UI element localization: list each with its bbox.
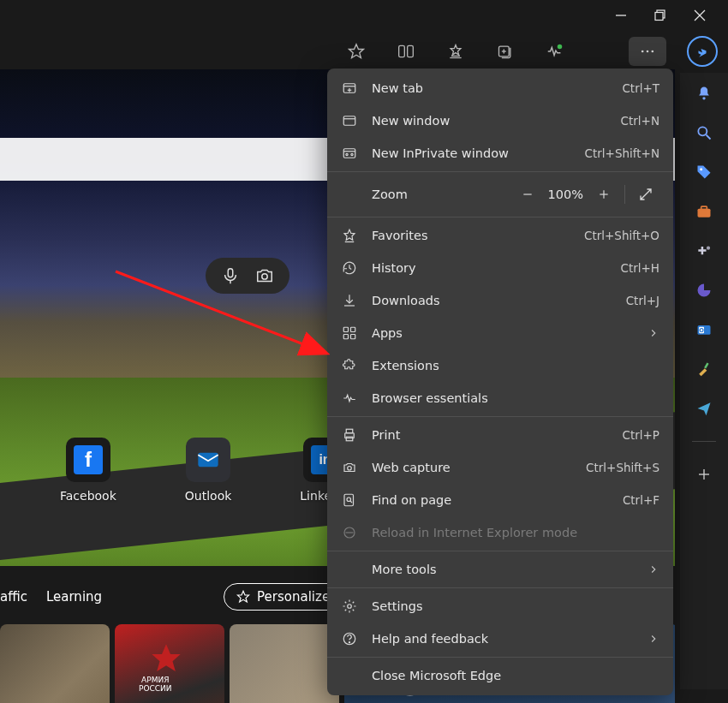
svg-marker-24 <box>152 644 180 671</box>
nav-learning[interactable]: Learning <box>46 589 102 605</box>
svg-point-30 <box>700 168 702 170</box>
personalize-button[interactable]: Personalize <box>224 583 343 611</box>
chevron-right-icon <box>647 633 659 645</box>
ie-icon <box>341 524 358 541</box>
menu-close-edge[interactable]: Close Microsoft Edge <box>327 659 673 692</box>
outlook-icon[interactable]: O <box>694 319 714 340</box>
restore-button[interactable] <box>653 8 668 23</box>
menu-capture[interactable]: Web capture Ctrl+Shift+S <box>327 451 673 484</box>
shopping-tag-icon[interactable] <box>694 162 714 182</box>
extensions-icon <box>341 357 358 374</box>
bell-icon[interactable] <box>694 83 714 104</box>
nav-traffic[interactable]: affic <box>0 589 27 605</box>
zoom-out-button[interactable] <box>514 181 541 208</box>
svg-point-28 <box>698 127 707 135</box>
apps-icon <box>341 325 358 342</box>
plus-icon[interactable] <box>694 464 714 485</box>
menu-shortcut: Ctrl+H <box>621 261 659 275</box>
find-icon <box>341 492 358 509</box>
close-button[interactable] <box>692 8 707 23</box>
menu-label: History <box>372 261 621 275</box>
browser-toolbar <box>339 34 718 69</box>
menu-shortcut: Ctrl+Shift+O <box>584 229 659 242</box>
settings-menu: New tab Ctrl+T New window Ctrl+N New InP… <box>327 69 673 695</box>
menu-essentials[interactable]: Browser essentials <box>327 382 673 414</box>
mic-icon[interactable] <box>221 266 240 285</box>
performance-icon[interactable] <box>538 34 572 69</box>
chevron-right-icon <box>647 563 659 575</box>
menu-favorites[interactable]: Favorites Ctrl+Shift+O <box>327 219 673 252</box>
menu-shortcut: Ctrl+J <box>626 294 659 307</box>
menu-shortcut: Ctrl+T <box>622 81 659 95</box>
svg-rect-46 <box>343 149 355 158</box>
menu-extensions[interactable]: Extensions <box>327 349 673 382</box>
svg-point-71 <box>349 642 349 643</box>
search-icon[interactable] <box>694 122 714 143</box>
menu-shortcut: Ctrl+P <box>623 428 659 442</box>
menu-label: Extensions <box>372 359 659 372</box>
menu-label: Find on page <box>372 493 623 507</box>
send-icon[interactable] <box>694 398 714 419</box>
menu-more-tools[interactable]: More tools <box>327 553 673 586</box>
personalize-label: Personalize <box>257 589 330 605</box>
menu-label: Web capture <box>372 461 586 474</box>
news-card[interactable] <box>0 624 110 703</box>
games-icon[interactable] <box>694 241 714 261</box>
zoom-in-button[interactable] <box>590 181 618 208</box>
office-icon[interactable] <box>694 280 714 301</box>
svg-point-33 <box>707 247 710 250</box>
tile-outlook[interactable]: Outlook <box>185 438 232 503</box>
menu-apps[interactable]: Apps <box>327 317 673 349</box>
news-card[interactable]: АРМИЯРОССИИ <box>115 624 224 703</box>
svg-marker-22 <box>237 591 248 602</box>
menu-downloads[interactable]: Downloads Ctrl+J <box>327 284 673 317</box>
menu-label: Downloads <box>372 294 626 307</box>
svg-rect-21 <box>198 453 218 467</box>
menu-zoom: Zoom 100% <box>327 174 673 215</box>
menu-help[interactable]: Help and feedback <box>327 623 673 655</box>
menu-print[interactable]: Print Ctrl+P <box>327 419 673 451</box>
menu-label: New window <box>372 114 621 128</box>
menu-settings[interactable]: Settings <box>327 590 673 623</box>
svg-point-16 <box>647 51 649 53</box>
svg-point-66 <box>347 497 351 502</box>
bing-chat-icon[interactable] <box>687 36 718 67</box>
settings-menu-button[interactable] <box>629 37 666 66</box>
window-controls <box>613 0 728 30</box>
tile-facebook[interactable]: f Facebook <box>60 438 116 503</box>
svg-point-27 <box>702 97 705 99</box>
svg-line-29 <box>707 135 711 140</box>
menu-label: New tab <box>372 81 622 95</box>
menu-label: Settings <box>372 599 659 613</box>
minimize-button[interactable] <box>613 8 629 23</box>
svg-rect-6 <box>399 45 405 57</box>
news-card[interactable] <box>230 624 339 703</box>
svg-point-14 <box>558 45 563 50</box>
briefcase-icon[interactable] <box>694 201 714 222</box>
menu-history[interactable]: History Ctrl+H <box>327 252 673 284</box>
menu-reload-ie: Reload in Internet Explorer mode <box>327 516 673 549</box>
inprivate-icon <box>341 145 358 162</box>
download-icon <box>341 292 358 309</box>
menu-label: Close Microsoft Edge <box>372 669 659 682</box>
chevron-right-icon <box>647 327 659 339</box>
menu-find[interactable]: Find on page Ctrl+F <box>327 484 673 516</box>
tools-icon[interactable] <box>694 359 714 379</box>
favorites-icon[interactable] <box>439 34 473 69</box>
svg-point-49 <box>351 153 353 155</box>
menu-new-inprivate[interactable]: New InPrivate window Ctrl+Shift+N <box>327 137 673 170</box>
menu-new-window[interactable]: New window Ctrl+N <box>327 104 673 137</box>
camera-icon[interactable] <box>255 266 274 285</box>
svg-rect-57 <box>343 327 348 331</box>
favorite-star-icon[interactable] <box>339 34 373 69</box>
menu-shortcut: Ctrl+N <box>621 114 659 128</box>
svg-line-67 <box>350 501 352 503</box>
menu-shortcut: Ctrl+Shift+N <box>585 146 659 160</box>
svg-rect-2 <box>655 12 663 20</box>
menu-new-tab[interactable]: New tab Ctrl+T <box>327 72 673 104</box>
fullscreen-button[interactable] <box>632 181 659 208</box>
collections-icon[interactable] <box>488 34 522 69</box>
svg-point-20 <box>262 274 267 279</box>
svg-rect-18 <box>228 269 233 277</box>
split-screen-icon[interactable] <box>389 34 423 69</box>
